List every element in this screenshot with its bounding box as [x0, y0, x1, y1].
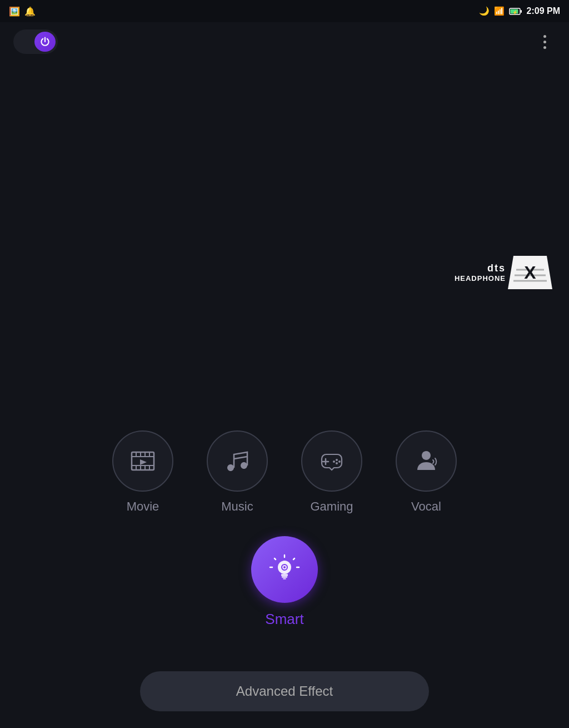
status-time: 2:09 PM — [527, 6, 560, 16]
preset-gaming[interactable]: Gaming — [301, 430, 362, 514]
svg-rect-32 — [283, 578, 286, 580]
svg-rect-3 — [521, 10, 522, 13]
svg-line-36 — [274, 558, 276, 559]
presets-row: Movie Music — [112, 430, 457, 514]
gaming-label: Gaming — [310, 499, 353, 514]
vocal-icon — [413, 448, 440, 474]
power-icon — [39, 36, 51, 47]
smart-icon — [269, 554, 300, 585]
preset-vocal[interactable]: Vocal — [396, 430, 457, 514]
wifi-icon: 📶 — [494, 6, 505, 16]
svg-rect-31 — [282, 576, 287, 578]
gaming-icon — [318, 448, 345, 474]
dts-text: dts — [455, 263, 506, 274]
advanced-effect-label: Advanced Effect — [236, 684, 333, 699]
gallery-icon: 🖼️ — [9, 6, 20, 17]
svg-text:⚡: ⚡ — [512, 9, 518, 15]
svg-line-34 — [293, 558, 295, 559]
svg-point-25 — [338, 460, 341, 463]
more-dot-1 — [543, 35, 546, 38]
music-icon — [224, 448, 251, 474]
vocal-circle — [396, 430, 457, 492]
power-knob — [34, 32, 56, 52]
svg-point-26 — [336, 462, 338, 464]
presets-area: Movie Music — [0, 430, 569, 628]
svg-point-24 — [336, 459, 338, 461]
battery-icon: ⚡ — [509, 8, 522, 15]
more-dot-3 — [543, 46, 546, 49]
dts-x-logo: X — [508, 253, 552, 292]
more-menu-button[interactable] — [533, 31, 556, 53]
music-circle — [207, 430, 268, 492]
movie-label: Movie — [127, 499, 159, 514]
moon-icon: 🌙 — [479, 6, 490, 16]
gaming-circle — [301, 430, 362, 492]
dts-logo: dts HEADPHONE X — [441, 250, 552, 295]
svg-line-21 — [234, 457, 247, 459]
movie-circle — [112, 430, 173, 492]
preset-music[interactable]: Music — [207, 430, 268, 514]
advanced-effect-button[interactable]: Advanced Effect — [140, 671, 429, 711]
svg-text:X: X — [524, 263, 536, 283]
svg-point-39 — [283, 566, 286, 568]
preset-movie[interactable]: Movie — [112, 430, 173, 514]
smart-circle — [251, 536, 318, 603]
more-dot-2 — [543, 41, 546, 43]
svg-marker-20 — [140, 459, 147, 465]
svg-point-27 — [333, 460, 335, 463]
notification-icon: 🔔 — [24, 6, 36, 17]
music-label: Music — [221, 499, 253, 514]
vocal-label: Vocal — [411, 499, 441, 514]
power-toggle[interactable] — [13, 29, 58, 54]
status-bar-left: 🖼️ 🔔 — [9, 6, 36, 17]
svg-rect-30 — [281, 574, 288, 576]
smart-label: Smart — [265, 611, 303, 628]
top-bar — [0, 22, 569, 61]
svg-point-28 — [422, 451, 431, 460]
status-bar-right: 🌙 📶 ⚡ 2:09 PM — [479, 6, 560, 16]
status-bar: 🖼️ 🔔 🌙 📶 ⚡ 2:09 PM — [0, 0, 569, 22]
preset-smart[interactable]: Smart — [251, 536, 318, 628]
movie-icon — [129, 448, 156, 474]
headphone-text: HEADPHONE — [455, 274, 506, 283]
